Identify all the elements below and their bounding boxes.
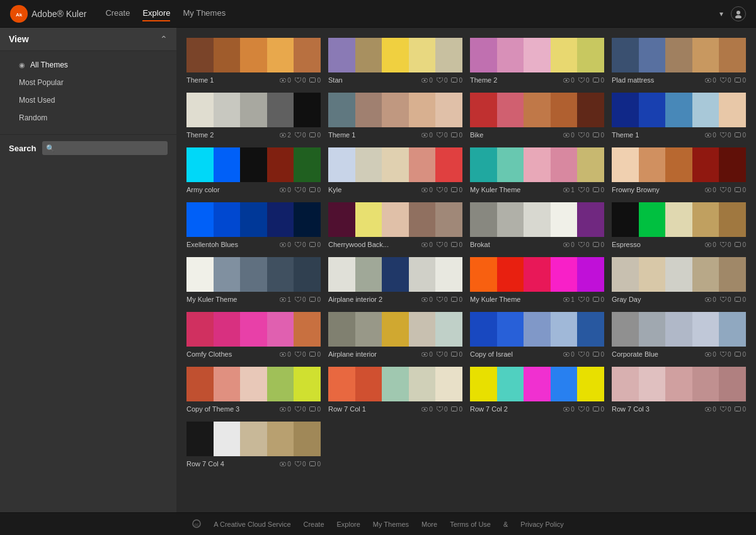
footer-privacy[interactable]: Privacy Policy [520, 521, 563, 528]
eye-icon [563, 188, 570, 192]
footer-explore[interactable]: Explore [337, 521, 360, 528]
color-swatch [497, 38, 524, 72]
theme-card[interactable]: Theme 1 0 0 0 [608, 89, 750, 144]
theme-name: Espresso [612, 241, 641, 248]
comment-icon [735, 78, 741, 83]
theme-card[interactable]: Frowny Browny 0 0 0 [608, 144, 750, 198]
color-swatch [214, 422, 241, 456]
mostpopular-label: Most Popular [19, 78, 64, 87]
theme-stats: 0 0 0 [563, 77, 604, 84]
color-swatch [577, 257, 604, 292]
svg-rect-66 [310, 352, 316, 356]
color-swatch [267, 93, 294, 127]
color-swatch [692, 367, 719, 401]
nav-mythemes[interactable]: My Themes [183, 6, 226, 21]
logo[interactable]: Ak Adobe® Kuler [10, 5, 86, 23]
theme-card[interactable]: Espresso 0 0 0 [608, 198, 750, 253]
sidebar: View ⌃ ◉ All Themes Most Popular Most Us… [0, 28, 176, 512]
theme-name: Theme 2 [470, 76, 497, 84]
color-swatch [382, 257, 409, 292]
color-swatch [719, 38, 746, 72]
theme-card[interactable]: Theme 1 0 0 0 [183, 34, 324, 89]
theme-card[interactable]: Copy of Israel 0 0 0 [466, 308, 608, 363]
comment-icon [593, 132, 599, 138]
nav-create[interactable]: Create [105, 6, 130, 21]
svg-rect-45 [452, 242, 457, 246]
theme-card[interactable]: Row 7 Col 2 0 0 0 [466, 363, 608, 418]
footer-mythemes[interactable]: My Themes [373, 521, 409, 528]
eye-icon [563, 352, 570, 357]
search-input-wrap[interactable]: 🔍 [42, 141, 168, 155]
svg-point-47 [566, 244, 568, 246]
theme-card[interactable]: My Kuler Theme 1 0 0 [466, 144, 608, 198]
sidebar-item-random[interactable]: Random [0, 109, 176, 127]
color-swatch [435, 312, 462, 347]
theme-card[interactable]: Copy of Theme 3 0 0 0 [183, 363, 324, 418]
theme-card[interactable]: Row 7 Col 4 0 0 0 [183, 418, 324, 473]
svg-point-65 [282, 354, 284, 355]
theme-swatches [186, 257, 321, 292]
color-swatch [409, 38, 436, 72]
theme-card[interactable]: Stan 0 0 0 [324, 34, 466, 89]
color-swatch [355, 38, 382, 72]
color-swatch [639, 147, 666, 182]
theme-card[interactable]: Cherrywood Back... 0 0 0 [324, 198, 466, 253]
theme-card[interactable]: Bike 0 0 0 [466, 89, 608, 144]
theme-card[interactable]: Corporate Blue 0 0 0 [608, 308, 750, 363]
collapse-icon[interactable]: ⌃ [160, 34, 168, 44]
theme-card[interactable]: Kyle 0 0 0 [324, 144, 466, 198]
footer-cc-icon: cc [192, 519, 201, 529]
theme-card[interactable]: Gray Day 0 0 0 [608, 253, 750, 308]
theme-stats: 0 0 0 [563, 241, 604, 248]
sidebar-item-mostused[interactable]: Most Used [0, 91, 176, 109]
color-swatch [612, 202, 639, 237]
eye-icon [280, 78, 286, 83]
theme-stats: 0 0 0 [280, 77, 321, 84]
theme-name: Copy of Israel [470, 350, 513, 358]
svg-point-77 [282, 408, 284, 410]
theme-card[interactable]: Row 7 Col 1 0 0 0 [324, 363, 466, 418]
theme-card[interactable]: My Kuler Theme 1 0 0 [183, 253, 324, 308]
eye-icon [280, 352, 286, 357]
theme-card[interactable]: Exellentoh Blues 0 0 0 [183, 198, 324, 253]
theme-card[interactable]: Comfy Clothes 0 0 0 [183, 308, 324, 363]
heart-icon [295, 187, 301, 193]
theme-swatches [612, 257, 746, 292]
theme-card[interactable]: Army color 0 0 0 [183, 144, 324, 198]
footer-more[interactable]: More [421, 521, 437, 528]
color-swatch [612, 93, 639, 127]
likes-stat: 0 [578, 296, 590, 303]
color-swatch [382, 367, 409, 401]
color-swatch [328, 257, 355, 292]
comments-stat: 0 [735, 132, 746, 139]
theme-card[interactable]: Brokat 0 0 0 [466, 198, 608, 253]
dropdown-icon[interactable]: ▾ [719, 9, 723, 18]
theme-card[interactable]: Theme 2 2 0 0 [183, 89, 324, 144]
comments-stat: 0 [735, 351, 746, 358]
color-swatch [214, 93, 241, 127]
footer-create[interactable]: Create [304, 521, 324, 528]
footer-terms[interactable]: Terms of Use [450, 521, 491, 528]
color-swatch [409, 312, 436, 347]
theme-card[interactable]: Airplane interior 0 0 0 [324, 308, 466, 363]
topnav-right: ▾ [719, 6, 746, 21]
color-swatch [186, 147, 214, 182]
sidebar-item-allthemes[interactable]: ◉ All Themes [0, 56, 176, 74]
nav-explore[interactable]: Explore [142, 6, 170, 21]
user-avatar[interactable] [731, 6, 746, 21]
color-swatch [639, 202, 666, 237]
svg-point-26 [707, 134, 709, 136]
theme-card[interactable]: Row 7 Col 3 0 0 0 [608, 363, 750, 418]
theme-card[interactable]: Airplane interior 2 0 0 0 [324, 253, 466, 308]
theme-card[interactable]: Theme 1 0 0 0 [324, 89, 466, 144]
sidebar-view-header: View ⌃ [0, 28, 176, 51]
color-swatch [267, 257, 294, 292]
theme-card[interactable]: Plad mattress 0 0 0 [608, 34, 750, 89]
search-input[interactable] [57, 144, 164, 152]
color-swatch [355, 93, 382, 127]
theme-card[interactable]: Theme 2 0 0 0 [466, 34, 608, 89]
sidebar-item-mostpopular[interactable]: Most Popular [0, 74, 176, 91]
comment-icon [451, 78, 457, 83]
comment-icon [735, 132, 741, 138]
theme-card[interactable]: My Kuler Theme 1 0 0 [466, 253, 608, 308]
